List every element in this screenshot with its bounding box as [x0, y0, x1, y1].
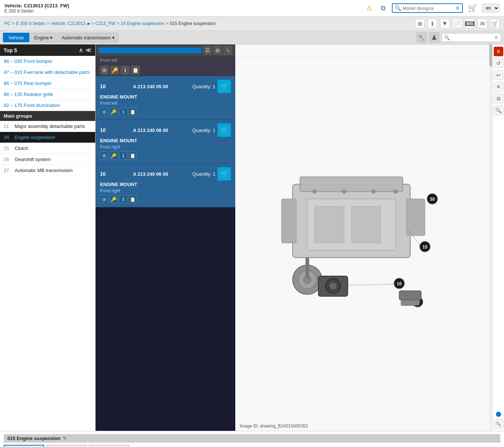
svg-point-25	[371, 190, 375, 193]
search-clear-icon[interactable]: ✕	[455, 5, 460, 11]
edit-icon[interactable]: ✎	[63, 436, 67, 441]
parts-key-icon[interactable]: 🔑	[110, 66, 119, 75]
parts-list: 10 A 213 240 05 00 Quantity: 1 🛒 ENGINE …	[96, 76, 235, 431]
part-key-icon-1[interactable]: 🔑	[110, 108, 118, 116]
middle-panel-header: ☰ ⊞ ⤡	[96, 44, 235, 56]
list-view-icon[interactable]: ☰	[203, 46, 212, 55]
right-panel-header: ⤡	[235, 44, 504, 57]
parts-table-icon[interactable]: ⊞	[100, 66, 109, 75]
part-doc-icon-2[interactable]: 📋	[129, 151, 137, 160]
group-item-26[interactable]: 26 Gearshift system	[0, 154, 95, 165]
part-icons-1: ⊞ 🔑 ℹ 📋	[100, 108, 231, 116]
part-pos-2: 10	[100, 127, 109, 133]
expand-icon[interactable]: ⤡	[224, 46, 232, 55]
part-table-icon-2[interactable]: ⊞	[100, 151, 108, 160]
vehicle-info: Vehicle: C213013 (C213_FW) E 200 d Sedan	[4, 3, 69, 14]
parts-doc-icon[interactable]: 📋	[131, 66, 140, 75]
top5-item-2[interactable]: 47 – 015 Fuel tank with detachable parts	[0, 67, 95, 78]
grid-view-icon[interactable]: ⊞	[213, 46, 222, 55]
svg-rect-21	[399, 291, 421, 300]
part-key-icon-3[interactable]: 🔑	[110, 195, 118, 203]
svg-point-26	[393, 190, 397, 193]
top5-item-1[interactable]: 88 – 030 Front bumper	[0, 56, 95, 67]
model-search-input[interactable]	[403, 6, 454, 11]
tab-auto-transmission[interactable]: Automatic transmission ▾	[57, 33, 118, 43]
mail-icon[interactable]: ✉	[478, 19, 487, 28]
svg-point-24	[342, 190, 346, 193]
group-item-24[interactable]: 24 Engine suspension	[0, 132, 95, 143]
bottom-panel: 015 Engine suspension ✎	[0, 431, 504, 447]
part-pos-3: 10	[100, 171, 109, 177]
group-item-25[interactable]: 25 Clutch	[0, 143, 95, 154]
part-doc-icon-1[interactable]: 📋	[129, 108, 137, 116]
cross-icon[interactable]: ✕	[494, 82, 503, 92]
layers-icon[interactable]: ⧉	[494, 94, 503, 103]
part-table-icon-1[interactable]: ⊞	[100, 108, 108, 116]
part-info-icon-2[interactable]: ℹ	[119, 151, 127, 160]
breadcrumb-current: 015 Engine suspension	[170, 21, 216, 26]
close-panel-icon[interactable]: ✕	[494, 47, 503, 56]
tab-engine[interactable]: Engine ▾	[30, 33, 57, 43]
top5-item-3[interactable]: 88 – 075 Rear bumper	[0, 78, 95, 89]
cart-icon-breadcrumb[interactable]: 🛒	[490, 19, 500, 28]
part-cart-btn-2[interactable]: 🛒	[218, 124, 231, 137]
zoom-in-diagram-icon[interactable]: 🔍	[494, 106, 503, 115]
thumbnail-1[interactable]	[4, 445, 44, 447]
filter-icon[interactable]: ▼	[440, 19, 450, 28]
zoom-out-diagram-icon[interactable]: 🔍	[494, 419, 503, 429]
breadcrumb-eng-susp[interactable]: 24 Engine suspension	[121, 21, 164, 26]
svg-rect-7	[305, 258, 309, 278]
part-cart-btn-1[interactable]: 🛒	[218, 80, 231, 93]
top5-close-icon[interactable]: ≪	[85, 47, 92, 54]
tab-search-box: 🔍 ✕	[442, 33, 501, 42]
main-content: Top 5 ∧ ≪ 88 – 030 Front bumper 47 – 015…	[0, 44, 504, 431]
left-panel-scroll: 88 – 030 Front bumper 47 – 015 Fuel tank…	[0, 56, 95, 431]
top5-item-5[interactable]: 82 – 175 Front illumination	[0, 100, 95, 111]
part-doc-icon-3[interactable]: 📋	[129, 195, 137, 203]
right-panel: ⤡ ✕ ↺ ↩ ✕ ⧉ 🔍 🔍	[235, 44, 504, 431]
part-icons-2: ⊞ 🔑 ℹ 📋	[100, 151, 231, 160]
breadcrumb-e200[interactable]: E 200 d Sedan	[16, 21, 45, 26]
part-item-2[interactable]: 10 A 213 240 06 00 Quantity: 1 🛒 ENGINE …	[96, 120, 235, 164]
right-scrollbar[interactable]	[489, 44, 492, 431]
part-table-icon-3[interactable]: ⊞	[100, 195, 108, 203]
part-item-1[interactable]: 10 A 213 240 05 00 Quantity: 1 🛒 ENGINE …	[96, 76, 235, 120]
tab-search-input[interactable]	[450, 35, 494, 40]
part-icons-3: ⊞ 🔑 ℹ 📋	[100, 195, 231, 203]
alert-icon[interactable]: ⚠	[364, 3, 374, 13]
part-key-icon-2[interactable]: 🔑	[110, 151, 118, 160]
doc-icon[interactable]: 📄	[453, 19, 462, 28]
tool-icon-2[interactable]: ♟	[429, 32, 439, 43]
tool-icon-1[interactable]: 🔧	[417, 32, 427, 43]
group-item-27[interactable]: 27 Automatic MB transmission	[0, 165, 95, 176]
breadcrumb-pc[interactable]: PC	[4, 21, 11, 26]
breadcrumb-toolbar: ⊕ ℹ ▼ 📄 WIS ✉ 🛒	[415, 19, 500, 28]
part-pos-1: 10	[100, 83, 109, 89]
language-select[interactable]: en de fr	[482, 4, 500, 12]
part-desc-2: Front right	[100, 144, 231, 150]
group-item-21[interactable]: 21 Major assembly detachable parts	[0, 121, 95, 132]
part-info-icon-1[interactable]: ℹ	[119, 108, 127, 116]
svg-point-23	[312, 190, 316, 193]
refresh-icon[interactable]: ↺	[494, 58, 503, 68]
breadcrumb-vehicle[interactable]: Vehicle: C213013 ▰	[51, 21, 90, 26]
thumbnail-2[interactable]	[46, 445, 87, 447]
info-icon[interactable]: ℹ	[428, 19, 437, 28]
zoom-in-icon[interactable]: ⊕	[415, 19, 425, 28]
thumbnail-3[interactable]	[89, 445, 129, 447]
cart-icon-top[interactable]: 🛒	[467, 2, 478, 14]
wis-icon[interactable]: WIS	[465, 19, 475, 28]
top5-item-4[interactable]: 88 – 135 Radiator grille	[0, 89, 95, 100]
part-info-icon-3[interactable]: ℹ	[119, 195, 127, 203]
svg-rect-28	[314, 206, 344, 243]
middle-panel: ☰ ⊞ ⤡ Front left ⊞ 🔑 ℹ 📋 10 A 213 240 05…	[96, 44, 235, 431]
tab-search-clear-icon[interactable]: ✕	[494, 35, 498, 40]
part-item-3[interactable]: 10 A 213 240 06 00 Quantity: 1 🛒 ENGINE …	[96, 164, 235, 207]
undo-icon[interactable]: ↩	[494, 70, 503, 80]
breadcrumb-fw[interactable]: C213_FW	[96, 21, 115, 26]
copy-icon[interactable]: ⧉	[378, 3, 388, 13]
top5-collapse-icon[interactable]: ∧	[79, 47, 83, 54]
tab-vehicle[interactable]: Vehicle	[3, 33, 29, 42]
part-cart-btn-3[interactable]: 🛒	[218, 167, 231, 180]
parts-info-icon[interactable]: ℹ	[121, 66, 129, 75]
